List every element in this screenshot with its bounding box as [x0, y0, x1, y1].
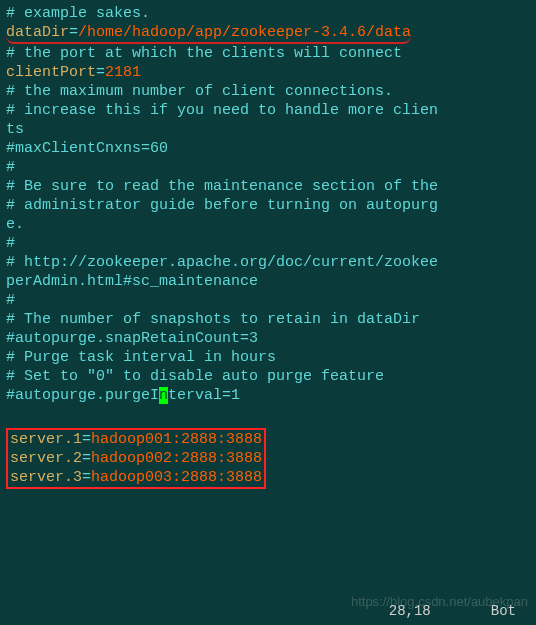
code-line: #	[6, 234, 530, 253]
code-line: # Purge task interval in hours	[6, 348, 530, 367]
code-line: # example sakes.	[6, 4, 530, 23]
code-line: # the maximum number of client connectio…	[6, 82, 530, 101]
status-bar: 28,18 Bot	[0, 602, 536, 625]
code-line: #maxClientCnxns=60	[6, 139, 530, 158]
blank-line	[6, 405, 530, 424]
code-line: # Set to "0" to disable auto purge featu…	[6, 367, 530, 386]
code-line: #autopurge.purgeInterval=1	[6, 386, 530, 405]
highlight-box: server.1=hadoop001:2888:3888 server.2=ha…	[6, 428, 266, 489]
code-line: server.3=hadoop003:2888:3888	[10, 468, 262, 487]
code-line: #	[6, 291, 530, 310]
code-line: ts	[6, 120, 530, 139]
code-line: server.1=hadoop001:2888:3888	[10, 430, 262, 449]
code-line: e.	[6, 215, 530, 234]
code-line: # Be sure to read the maintenance sectio…	[6, 177, 530, 196]
code-line: # administrator guide before turning on …	[6, 196, 530, 215]
terminal-editor[interactable]: # example sakes. dataDir=/home/hadoop/ap…	[6, 4, 530, 489]
code-line: # increase this if you need to handle mo…	[6, 101, 530, 120]
cursor-position: 28,18	[389, 602, 431, 621]
code-line: #autopurge.snapRetainCount=3	[6, 329, 530, 348]
code-line: # the port at which the clients will con…	[6, 44, 530, 63]
scroll-position: Bot	[491, 602, 516, 621]
code-line: #	[6, 158, 530, 177]
code-line: perAdmin.html#sc_maintenance	[6, 272, 530, 291]
code-line: clientPort=2181	[6, 63, 530, 82]
code-line: # http://zookeeper.apache.org/doc/curren…	[6, 253, 530, 272]
code-line: dataDir=/home/hadoop/app/zookeeper-3.4.6…	[6, 23, 530, 44]
code-line: # The number of snapshots to retain in d…	[6, 310, 530, 329]
code-line: server.2=hadoop002:2888:3888	[10, 449, 262, 468]
cursor: n	[159, 387, 168, 404]
